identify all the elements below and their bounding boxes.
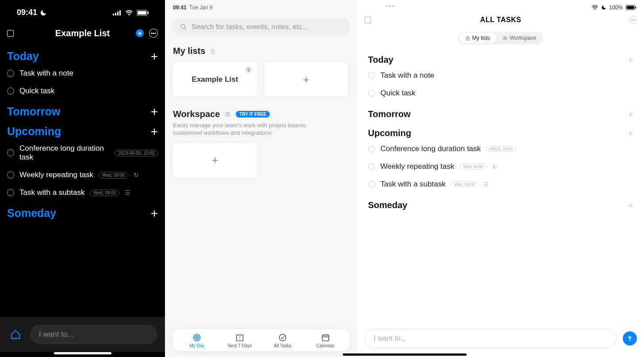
my-lists-row: Example List 5 + (173, 62, 349, 97)
drag-handle-icon[interactable]: ••• (386, 3, 395, 10)
people-icon (502, 36, 508, 41)
quick-add-input[interactable]: I want to... (30, 325, 157, 344)
subtask-icon: ☰ (483, 181, 489, 188)
add-task-upcoming-button[interactable]: + (628, 129, 633, 138)
wifi-icon (125, 10, 133, 16)
section-header-today: Today + (0, 45, 165, 65)
quick-add-input[interactable]: I want to... (364, 329, 617, 348)
segment-my-lists[interactable]: My lists (459, 33, 496, 43)
task-title: Task with a subtask (19, 188, 84, 197)
more-button[interactable]: ••• (149, 29, 158, 38)
my-lists-header: My lists (173, 46, 349, 56)
section-label: Upcoming (368, 128, 411, 138)
nav-label: Next 7 Days (228, 343, 252, 348)
task-title: Conference long duration task (380, 144, 481, 153)
select-all-checkbox[interactable] (364, 17, 371, 23)
phone-status-time: 09:41 (17, 8, 37, 17)
add-task-someday-button[interactable]: + (628, 201, 633, 210)
task-checkbox[interactable] (7, 87, 14, 95)
task-row[interactable]: Weekly repeating task Wed, 09:00 ↻ (364, 158, 637, 175)
calendar-icon (321, 333, 330, 342)
section-label: Tomorrow (7, 105, 60, 118)
battery-icon (625, 5, 637, 10)
section-label: Someday (368, 200, 407, 210)
add-task-tomorrow-button[interactable]: + (151, 106, 158, 118)
nav-next-7[interactable]: 7 Next 7 Days (218, 333, 261, 348)
ipad-panel: 09:41 Tue Jan 9 Search for tasks, events… (165, 0, 644, 357)
svg-rect-19 (322, 335, 329, 341)
add-task-today-button[interactable]: + (628, 55, 633, 65)
task-checkbox[interactable] (368, 181, 375, 188)
task-checkbox[interactable] (368, 90, 375, 97)
nav-label: All Tasks (274, 343, 291, 348)
task-row[interactable]: Task with a note (364, 67, 637, 84)
task-date-pill: Wed, 09:00 (460, 163, 487, 170)
task-row[interactable]: Conference long duration task 2023-09-09… (0, 140, 165, 166)
send-button[interactable] (623, 331, 637, 346)
more-button[interactable]: ••• (629, 16, 637, 24)
home-button[interactable] (8, 327, 23, 342)
task-checkbox[interactable] (7, 70, 14, 77)
moon-icon (601, 5, 606, 10)
task-checkbox[interactable] (368, 163, 375, 170)
task-checkbox[interactable] (368, 145, 375, 152)
section-header-someday: Someday + (0, 201, 165, 221)
segment-workspace[interactable]: Workspace (496, 33, 543, 43)
search-input[interactable]: Search for tasks, events, notes, etc... (173, 19, 349, 35)
nav-all-tasks[interactable]: All Tasks (261, 333, 304, 348)
task-checkbox[interactable] (7, 149, 14, 156)
battery-percent: 100% (609, 4, 623, 11)
ipad-status-time: 09:41 (173, 4, 187, 11)
repeat-icon: ↻ (134, 171, 139, 178)
section-header-upcoming: Upcoming + (364, 121, 637, 140)
section-header-someday: Someday + (364, 193, 637, 212)
star-button[interactable]: ★ (136, 29, 144, 37)
svg-rect-26 (635, 6, 636, 8)
segment-label: My lists (472, 35, 490, 41)
svg-rect-25 (627, 6, 634, 9)
section-header-tomorrow: Tomorrow + (0, 100, 165, 120)
svg-point-28 (503, 37, 505, 38)
section-label: Tomorrow (368, 109, 410, 119)
list-card-example[interactable]: Example List 5 (173, 62, 257, 97)
task-title: Task with a note (19, 69, 73, 78)
task-title: Quick task (19, 87, 54, 95)
add-task-tomorrow-button[interactable]: + (628, 110, 633, 119)
task-row[interactable]: Task with a subtask Wed, 09:00 ☰ (0, 184, 165, 201)
home-indicator (54, 352, 111, 354)
task-row[interactable]: Task with a subtask Wed, 09:00 ☰ (364, 175, 637, 193)
section-header-today: Today + (364, 48, 637, 67)
task-date-pill: 2023-09-09, 10:00 (115, 150, 158, 156)
task-checkbox[interactable] (368, 72, 375, 79)
workspace-title: Workspace (173, 109, 220, 119)
try-free-badge[interactable]: TRY IT FREE (236, 111, 270, 118)
task-date-pill: Wed, 09:00 (90, 190, 119, 196)
svg-line-9 (184, 28, 186, 30)
list-card-name: Example List (192, 75, 238, 84)
nav-my-day[interactable]: My Day (176, 333, 218, 348)
task-row[interactable]: Task with a note (0, 65, 165, 82)
add-task-upcoming-button[interactable]: + (151, 125, 158, 138)
nav-calendar[interactable]: Calendar (304, 333, 347, 348)
add-task-someday-button[interactable]: + (151, 207, 158, 220)
check-circle-icon (278, 333, 287, 342)
svg-rect-3 (119, 10, 121, 15)
task-title: Weekly repeating task (380, 162, 454, 171)
list-card-count: 5 (245, 66, 253, 74)
my-lists-title: My lists (173, 46, 205, 56)
nav-label: My Day (189, 343, 204, 348)
add-task-today-button[interactable]: + (151, 50, 158, 63)
task-checkbox[interactable] (7, 171, 14, 178)
task-row[interactable]: Weekly repeating task Wed, 09:00 ↻ (0, 166, 165, 184)
task-row[interactable]: Quick task (0, 82, 165, 100)
task-row[interactable]: Quick task (364, 84, 637, 102)
task-title: Task with a note (380, 71, 434, 80)
select-all-checkbox[interactable] (7, 30, 14, 37)
task-row[interactable]: Conference long duration task 9/9/23, 10… (364, 140, 637, 158)
svg-rect-6 (138, 11, 146, 15)
add-list-button[interactable]: + (264, 62, 348, 97)
nav-label: Calendar (316, 343, 334, 348)
add-workspace-button[interactable]: + (173, 143, 257, 178)
task-checkbox[interactable] (7, 189, 14, 196)
target-icon (192, 333, 201, 342)
